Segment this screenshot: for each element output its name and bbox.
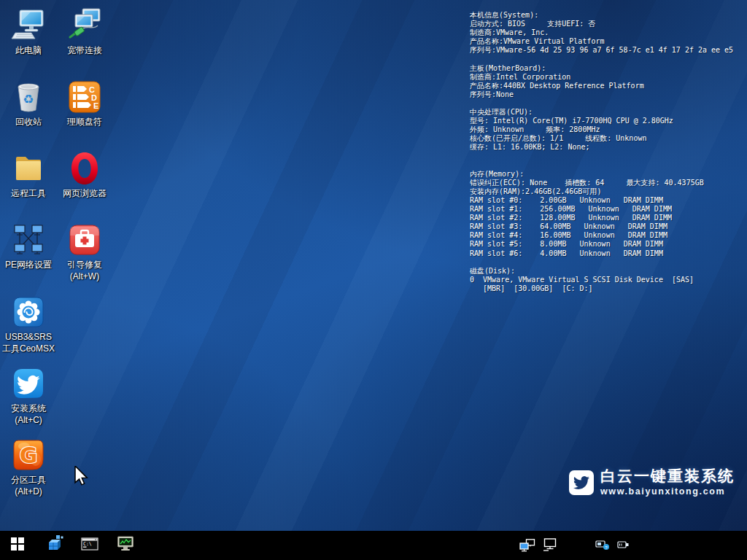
folder-icon bbox=[11, 150, 46, 187]
desktop-icon-sublabel: (Alt+W) bbox=[57, 271, 112, 282]
desktop-wallpaper: 此电脑宽带连接♻回收站CDE理顺盘符远程工具网页浏览器PE网络设置引导修复(Al… bbox=[0, 0, 747, 531]
computer-icon bbox=[11, 7, 46, 44]
desktop-icon-label: 回收站 bbox=[1, 116, 56, 128]
desktop-icon-label: 分区工具(Alt+D) bbox=[1, 474, 56, 497]
hardware-tray-icon[interactable]: ? bbox=[595, 537, 610, 553]
desktop-icon-web-browser[interactable]: 网页浏览器 bbox=[57, 150, 112, 199]
desktop-icon-sublabel: 工具CeoMSX bbox=[1, 343, 56, 354]
recycle-bin-icon: ♻ bbox=[11, 79, 46, 115]
screen: { "desktop": { "icons": [ {"name":"this-… bbox=[0, 0, 747, 560]
taskmgr-icon bbox=[117, 535, 134, 556]
desktop-icon-boot-repair[interactable]: 引导修复(Alt+W) bbox=[57, 222, 112, 282]
start-button[interactable] bbox=[3, 531, 32, 560]
desktop-icon-recycle-bin[interactable]: ♻回收站 bbox=[1, 79, 56, 128]
task-manager-app-button[interactable] bbox=[111, 531, 140, 560]
desktop-icon-label: USB3&SRS工具CeoMSX bbox=[1, 331, 56, 354]
cmd-app-button[interactable]: C:\ bbox=[75, 531, 104, 560]
bird-icon bbox=[11, 365, 46, 402]
ethernet-tray-icon[interactable] bbox=[543, 538, 557, 554]
diskgenius-icon: G bbox=[11, 437, 46, 473]
opera-icon bbox=[67, 150, 102, 187]
desktop-icon-label: 远程工具 bbox=[1, 187, 56, 199]
svg-text:♻: ♻ bbox=[23, 92, 34, 106]
network-computers-tray-icon[interactable] bbox=[519, 539, 535, 555]
brand-watermark: 白云一键重装系统 www.baiyunxitong.com bbox=[569, 468, 735, 497]
desktop-icon-sublabel: (Alt+D) bbox=[1, 486, 56, 497]
usb-tray-icon[interactable] bbox=[616, 539, 630, 555]
brand-title: 白云一键重装系统 bbox=[600, 468, 735, 484]
desktop-icon-label: 宽带连接 bbox=[57, 44, 112, 56]
cmd-icon: C:\ bbox=[81, 535, 98, 556]
taskbar: C:\ ? 白云一键重装系统 www.baiyunxitong.com 20:5… bbox=[0, 531, 747, 560]
desktop-icon-broadband-connection[interactable]: 宽带连接 bbox=[57, 7, 112, 56]
brand-text: 白云一键重装系统 www.baiyunxitong.com bbox=[600, 468, 735, 497]
desktop-icon-label: 网页浏览器 bbox=[57, 187, 112, 199]
firstaid-icon bbox=[67, 222, 102, 258]
desktop-icon-label: 理顺盘符 bbox=[57, 116, 112, 128]
svg-text:C:\: C:\ bbox=[83, 541, 92, 547]
desktop-icon-install-system[interactable]: 安装系统(Alt+C) bbox=[1, 365, 56, 426]
desktop-icon-drive-letter-tool[interactable]: CDE理顺盘符 bbox=[57, 79, 112, 128]
desktop-icon-this-pc[interactable]: 此电脑 bbox=[1, 7, 56, 56]
registry-icon bbox=[46, 535, 63, 556]
brand-bird-logo-icon bbox=[569, 470, 594, 495]
registry-app-button[interactable] bbox=[40, 531, 69, 560]
svg-text:G: G bbox=[20, 443, 38, 468]
windows-logo-icon bbox=[11, 537, 24, 553]
desktop-icon-sublabel: (Alt+C) bbox=[1, 414, 56, 426]
drive-letters-icon: CDE bbox=[67, 79, 102, 115]
svg-text:E: E bbox=[93, 101, 98, 110]
desktop-icon-label: 引导修复(Alt+W) bbox=[57, 259, 112, 282]
desktop-icon-partition-tool[interactable]: G分区工具(Alt+D) bbox=[1, 437, 56, 497]
desktop-icon-label: 此电脑 bbox=[1, 44, 56, 56]
desktop-icon-remote-tools[interactable]: 远程工具 bbox=[1, 150, 56, 199]
system-info-text: 本机信息(System): 启动方式: BIOS 支持UEFI: 否 制造商:V… bbox=[470, 11, 746, 293]
broadband-icon bbox=[67, 7, 102, 44]
desktop-icon-label: PE网络设置 bbox=[1, 259, 56, 271]
gear-swirl-icon bbox=[11, 294, 46, 330]
network-icon bbox=[11, 222, 46, 258]
desktop-icon-label: 安装系统(Alt+C) bbox=[1, 402, 56, 426]
desktop-icon-usb3-srs-tool[interactable]: USB3&SRS工具CeoMSX bbox=[1, 294, 56, 354]
mouse-cursor bbox=[74, 466, 88, 486]
desktop-icon-pe-network-settings[interactable]: PE网络设置 bbox=[1, 222, 56, 271]
brand-url: www.baiyunxitong.com bbox=[600, 486, 735, 497]
